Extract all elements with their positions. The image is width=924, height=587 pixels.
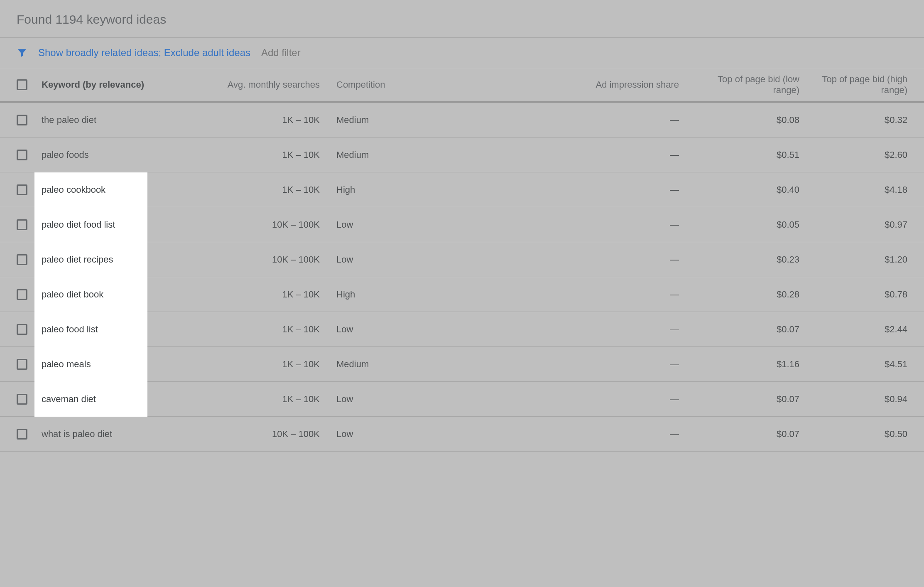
highlighted-keyword: caveman diet — [34, 382, 147, 417]
cell-avg: 1K – 10K — [199, 150, 332, 160]
highlighted-keyword: paleo diet recipes — [34, 242, 147, 277]
table-row[interactable]: paleo foods 1K – 10K Medium — $0.51 $2.6… — [0, 138, 924, 172]
cell-low-bid: $0.51 — [691, 150, 799, 160]
cell-high-bid: $0.50 — [799, 429, 907, 440]
row-checkbox[interactable] — [17, 324, 27, 335]
table-header-row: Keyword (by relevance) Avg. monthly sear… — [0, 68, 924, 103]
cell-impression: — — [440, 394, 691, 405]
cell-competition: Low — [332, 219, 440, 230]
cell-competition: Low — [332, 324, 440, 335]
cell-low-bid: $0.40 — [691, 184, 799, 195]
table-row[interactable]: what is paleo diet 10K – 100K Low — $0.0… — [0, 417, 924, 452]
cell-low-bid: $0.07 — [691, 394, 799, 405]
highlighted-keyword: paleo meals — [34, 347, 147, 382]
highlighted-keyword: paleo diet food list — [34, 207, 147, 242]
cell-high-bid: $1.20 — [799, 254, 907, 265]
select-all-checkbox[interactable] — [17, 79, 27, 90]
cell-high-bid: $0.97 — [799, 219, 907, 230]
cell-low-bid: $0.07 — [691, 429, 799, 440]
row-checkbox[interactable] — [17, 394, 27, 405]
row-checkbox[interactable] — [17, 115, 27, 125]
cell-impression: — — [440, 289, 691, 300]
cell-high-bid: $2.44 — [799, 324, 907, 335]
row-checkbox[interactable] — [17, 150, 27, 160]
cell-avg: 1K – 10K — [199, 394, 332, 405]
cell-avg: 10K – 100K — [199, 429, 332, 440]
cell-high-bid: $0.78 — [799, 289, 907, 300]
cell-keyword: paleo foods — [42, 150, 199, 160]
col-header-impression[interactable]: Ad impression share — [440, 79, 691, 90]
cell-impression: — — [440, 115, 691, 125]
cell-keyword: the paleo diet — [42, 115, 199, 125]
highlighted-keyword: paleo food list — [34, 312, 147, 347]
cell-impression: — — [440, 359, 691, 370]
cell-impression: — — [440, 219, 691, 230]
filter-icon[interactable] — [17, 47, 27, 58]
cell-low-bid: $0.28 — [691, 289, 799, 300]
cell-competition: High — [332, 289, 440, 300]
cell-competition: Medium — [332, 115, 440, 125]
cell-impression: — — [440, 254, 691, 265]
col-header-keyword[interactable]: Keyword (by relevance) — [42, 79, 199, 91]
cell-keyword: what is paleo diet — [42, 429, 199, 440]
add-filter-button[interactable]: Add filter — [261, 47, 301, 59]
col-header-avg[interactable]: Avg. monthly searches — [199, 79, 332, 90]
col-header-high-bid[interactable]: Top of page bid (high range) — [799, 74, 907, 96]
cell-low-bid: $0.23 — [691, 254, 799, 265]
table-row[interactable]: the paleo diet 1K – 10K Medium — $0.08 $… — [0, 103, 924, 138]
cell-low-bid: $1.16 — [691, 359, 799, 370]
cell-impression: — — [440, 150, 691, 160]
col-header-competition[interactable]: Competition — [332, 79, 440, 90]
cell-low-bid: $0.07 — [691, 324, 799, 335]
row-checkbox[interactable] — [17, 184, 27, 195]
row-checkbox[interactable] — [17, 429, 27, 440]
row-checkbox[interactable] — [17, 359, 27, 370]
cell-avg: 1K – 10K — [199, 184, 332, 195]
row-checkbox[interactable] — [17, 254, 27, 265]
cell-competition: High — [332, 184, 440, 195]
cell-avg: 10K – 100K — [199, 254, 332, 265]
cell-avg: 10K – 100K — [199, 219, 332, 230]
cell-high-bid: $2.60 — [799, 150, 907, 160]
cell-impression: — — [440, 324, 691, 335]
cell-avg: 1K – 10K — [199, 115, 332, 125]
cell-low-bid: $0.05 — [691, 219, 799, 230]
col-header-low-bid[interactable]: Top of page bid (low range) — [691, 74, 799, 96]
cell-competition: Medium — [332, 359, 440, 370]
results-count-header: Found 1194 keyword ideas — [0, 0, 924, 38]
cell-competition: Low — [332, 394, 440, 405]
results-count-text: Found 1194 keyword ideas — [17, 12, 166, 26]
highlighted-keyword: paleo diet book — [34, 277, 147, 312]
cell-high-bid: $4.18 — [799, 184, 907, 195]
cell-impression: — — [440, 184, 691, 195]
cell-avg: 1K – 10K — [199, 289, 332, 300]
highlighted-keyword: paleo cookbook — [34, 172, 147, 207]
cell-competition: Low — [332, 254, 440, 265]
cell-avg: 1K – 10K — [199, 359, 332, 370]
cell-impression: — — [440, 429, 691, 440]
cell-competition: Medium — [332, 150, 440, 160]
cell-high-bid: $0.94 — [799, 394, 907, 405]
cell-competition: Low — [332, 429, 440, 440]
row-checkbox[interactable] — [17, 219, 27, 230]
active-filters-link[interactable]: Show broadly related ideas; Exclude adul… — [38, 47, 250, 59]
cell-avg: 1K – 10K — [199, 324, 332, 335]
cell-high-bid: $4.51 — [799, 359, 907, 370]
cell-high-bid: $0.32 — [799, 115, 907, 125]
filter-bar: Show broadly related ideas; Exclude adul… — [0, 38, 924, 68]
cell-low-bid: $0.08 — [691, 115, 799, 125]
row-checkbox[interactable] — [17, 289, 27, 300]
